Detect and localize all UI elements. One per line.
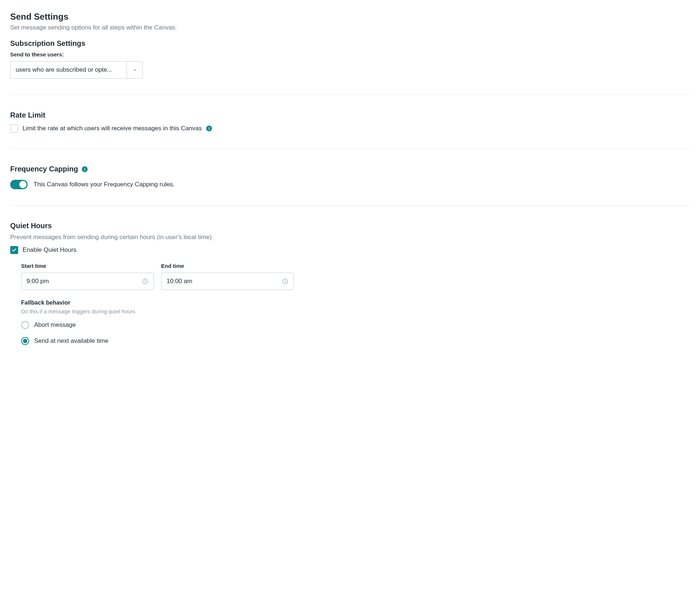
send-to-select-value: users who are subscribed or opte... <box>11 62 127 78</box>
enable-quiet-hours-checkbox[interactable] <box>10 246 18 254</box>
divider <box>10 95 690 95</box>
send-to-label: Send to these users: <box>10 51 690 57</box>
quiet-hours-heading: Quiet Hours <box>10 222 690 230</box>
rate-limit-checkbox[interactable] <box>10 124 18 132</box>
subscription-heading: Subscription Settings <box>10 39 690 48</box>
clock-icon <box>282 278 288 285</box>
quiet-hours-description: Prevent messages from sending during cer… <box>10 234 690 241</box>
rate-limit-heading: Rate Limit <box>10 111 690 119</box>
frequency-capping-heading: Frequency Capping i <box>10 165 690 173</box>
fallback-option-send-next[interactable]: Send at next available time <box>21 337 690 345</box>
fallback-option-abort[interactable]: Abort message <box>21 321 690 329</box>
end-time-input[interactable]: 10:00 am <box>161 273 294 290</box>
chevron-down-icon <box>132 67 137 72</box>
fallback-heading: Fallback behavior <box>21 299 690 306</box>
radio-send-next-label: Send at next available time <box>34 337 108 345</box>
enable-quiet-hours-label: Enable Quiet Hours <box>23 246 76 254</box>
info-icon[interactable]: i <box>82 166 88 172</box>
send-to-select[interactable]: users who are subscribed or opte... <box>10 61 143 79</box>
check-icon <box>12 247 17 253</box>
send-to-select-chevron[interactable] <box>127 62 143 78</box>
divider <box>10 205 690 206</box>
page-subtitle: Set message sending options for all step… <box>10 24 690 31</box>
start-time-input[interactable]: 9:00 pm <box>21 273 154 290</box>
radio-abort-label: Abort message <box>34 321 76 329</box>
fallback-description: Do this if a message triggers during qui… <box>21 308 690 314</box>
rate-limit-label: Limit the rate at which users will recei… <box>23 125 202 132</box>
end-time-label: End time <box>161 263 294 269</box>
clock-icon <box>142 278 148 285</box>
frequency-capping-toggle[interactable] <box>10 180 28 189</box>
frequency-capping-heading-text: Frequency Capping <box>10 165 78 173</box>
radio-send-next[interactable] <box>21 337 29 345</box>
start-time-value: 9:00 pm <box>27 278 49 285</box>
toggle-knob <box>19 181 27 188</box>
radio-abort[interactable] <box>21 321 29 329</box>
frequency-capping-label: This Canvas follows your Frequency Cappi… <box>33 181 175 188</box>
divider <box>10 148 690 149</box>
info-icon[interactable]: i <box>206 126 212 131</box>
page-title: Send Settings <box>10 12 690 22</box>
start-time-label: Start time <box>21 263 154 269</box>
end-time-value: 10:00 am <box>167 278 192 285</box>
